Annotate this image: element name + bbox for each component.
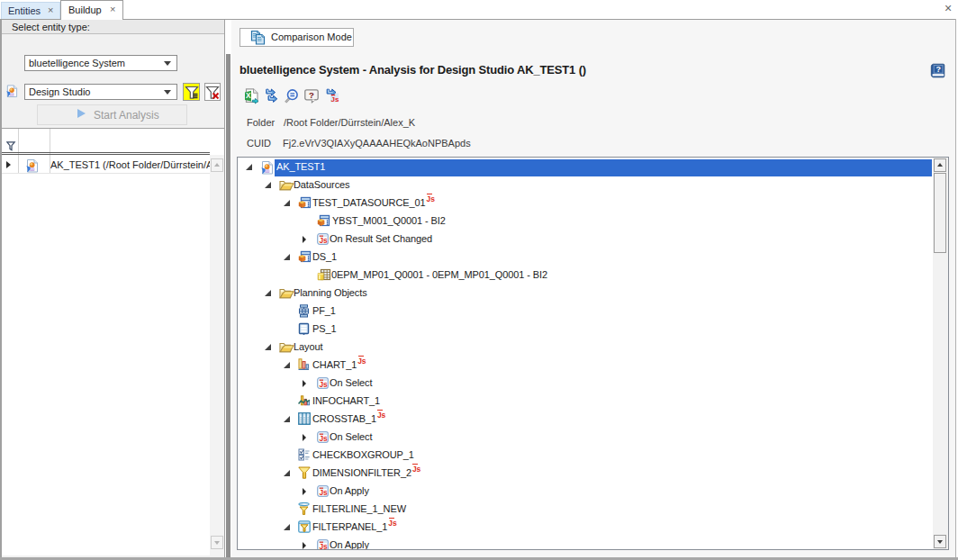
svg-text:Js: Js [319,488,328,497]
svg-text:xxx: xxx [266,169,270,173]
svg-text:xxx: xxx [31,167,35,171]
svg-text:?: ? [935,65,941,74]
svg-text:Js: Js [319,434,328,443]
svg-text:xxx: xxx [10,93,14,96]
svg-text:X: X [246,91,251,100]
svg-text:Js: Js [319,236,328,245]
svg-text:Js: Js [319,542,328,550]
svg-text:Js: Js [319,380,328,389]
svg-text:Js: Js [331,95,339,104]
svg-text:?: ? [309,90,314,100]
